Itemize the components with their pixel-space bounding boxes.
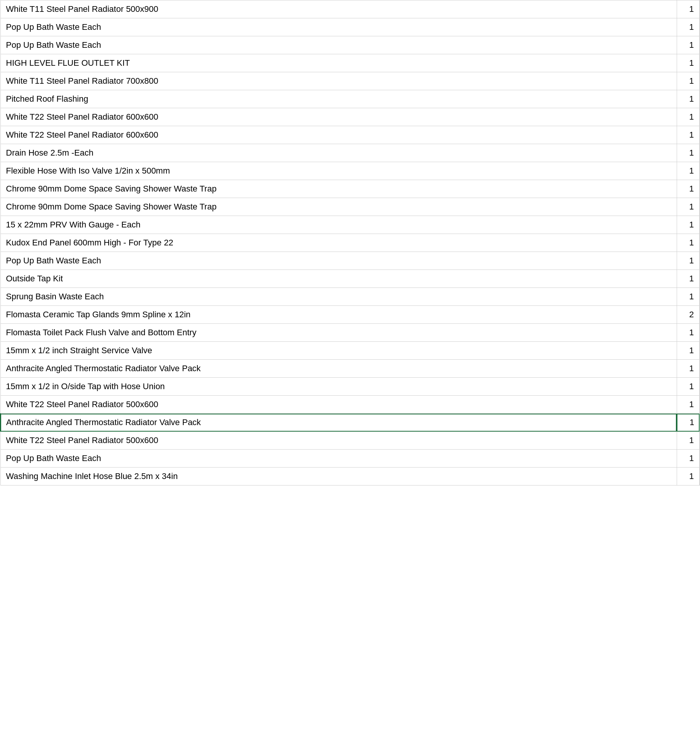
item-name: Pop Up Bath Waste Each (0, 252, 677, 270)
item-quantity: 2 (677, 306, 700, 324)
table-row[interactable]: White T22 Steel Panel Radiator 500x6001 (0, 432, 700, 450)
item-name: White T22 Steel Panel Radiator 600x600 (0, 108, 677, 126)
item-name: Chrome 90mm Dome Space Saving Shower Was… (0, 180, 677, 198)
item-name: Pop Up Bath Waste Each (0, 36, 677, 54)
table-row[interactable]: Pop Up Bath Waste Each1 (0, 450, 700, 468)
item-quantity: 1 (677, 108, 700, 126)
table-row[interactable]: Pop Up Bath Waste Each1 (0, 18, 700, 36)
item-name: 15mm x 1/2 inch Straight Service Valve (0, 342, 677, 360)
item-quantity: 1 (677, 216, 700, 234)
table-row[interactable]: Anthracite Angled Thermostatic Radiator … (0, 414, 700, 432)
item-quantity: 1 (677, 270, 700, 288)
item-name: Anthracite Angled Thermostatic Radiator … (0, 360, 677, 378)
item-name: Kudox End Panel 600mm High - For Type 22 (0, 234, 677, 252)
table-row[interactable]: 15mm x 1/2 in O/side Tap with Hose Union… (0, 378, 700, 396)
item-name: White T11 Steel Panel Radiator 700x800 (0, 72, 677, 90)
item-name: Sprung Basin Waste Each (0, 288, 677, 306)
table-row[interactable]: White T11 Steel Panel Radiator 700x8001 (0, 72, 700, 90)
items-table: White T11 Steel Panel Radiator 500x9001P… (0, 0, 700, 486)
item-quantity: 1 (677, 36, 700, 54)
item-quantity: 1 (677, 414, 700, 432)
table-row[interactable]: Outside Tap Kit1 (0, 270, 700, 288)
item-name: 15mm x 1/2 in O/side Tap with Hose Union (0, 378, 677, 396)
item-quantity: 1 (677, 180, 700, 198)
table-row[interactable]: Pop Up Bath Waste Each1 (0, 252, 700, 270)
item-quantity: 1 (677, 234, 700, 252)
item-name: Pitched Roof Flashing (0, 90, 677, 108)
table-row[interactable]: HIGH LEVEL FLUE OUTLET KIT1 (0, 54, 700, 72)
table-row[interactable]: Flexible Hose With Iso Valve 1/2in x 500… (0, 162, 700, 180)
table-row[interactable]: Flomasta Ceramic Tap Glands 9mm Spline x… (0, 306, 700, 324)
item-name: Pop Up Bath Waste Each (0, 450, 677, 468)
item-quantity: 1 (677, 198, 700, 216)
table-row[interactable]: Washing Machine Inlet Hose Blue 2.5m x 3… (0, 468, 700, 486)
item-quantity: 1 (677, 18, 700, 36)
item-quantity: 1 (677, 450, 700, 468)
item-quantity: 1 (677, 162, 700, 180)
item-quantity: 1 (677, 90, 700, 108)
table-row[interactable]: White T11 Steel Panel Radiator 500x9001 (0, 0, 700, 18)
item-quantity: 1 (677, 144, 700, 162)
item-quantity: 1 (677, 288, 700, 306)
item-quantity: 1 (677, 342, 700, 360)
table-row[interactable]: White T22 Steel Panel Radiator 600x6001 (0, 108, 700, 126)
item-name: White T22 Steel Panel Radiator 500x600 (0, 432, 677, 450)
table-row[interactable]: Drain Hose 2.5m -Each1 (0, 144, 700, 162)
table-row[interactable]: Chrome 90mm Dome Space Saving Shower Was… (0, 180, 700, 198)
table-row[interactable]: Chrome 90mm Dome Space Saving Shower Was… (0, 198, 700, 216)
item-quantity: 1 (677, 72, 700, 90)
table-row[interactable]: White T22 Steel Panel Radiator 500x6001 (0, 396, 700, 414)
item-quantity: 1 (677, 252, 700, 270)
item-name: White T22 Steel Panel Radiator 500x600 (0, 396, 677, 414)
table-row[interactable]: Flomasta Toilet Pack Flush Valve and Bot… (0, 324, 700, 342)
item-quantity: 1 (677, 324, 700, 342)
table-row[interactable]: Kudox End Panel 600mm High - For Type 22… (0, 234, 700, 252)
table-row[interactable]: 15 x 22mm PRV With Gauge - Each1 (0, 216, 700, 234)
item-quantity: 1 (677, 360, 700, 378)
table-row[interactable]: Pitched Roof Flashing1 (0, 90, 700, 108)
table-row[interactable]: Sprung Basin Waste Each1 (0, 288, 700, 306)
item-quantity: 1 (677, 468, 700, 486)
table-row[interactable]: Pop Up Bath Waste Each1 (0, 36, 700, 54)
item-name: Outside Tap Kit (0, 270, 677, 288)
item-name: 15 x 22mm PRV With Gauge - Each (0, 216, 677, 234)
item-quantity: 1 (677, 432, 700, 450)
item-name: White T11 Steel Panel Radiator 500x900 (0, 0, 677, 18)
item-name: Washing Machine Inlet Hose Blue 2.5m x 3… (0, 468, 677, 486)
item-name: White T22 Steel Panel Radiator 600x600 (0, 126, 677, 144)
item-name: Flomasta Toilet Pack Flush Valve and Bot… (0, 324, 677, 342)
item-quantity: 1 (677, 396, 700, 414)
item-quantity: 1 (677, 126, 700, 144)
item-name: Drain Hose 2.5m -Each (0, 144, 677, 162)
item-quantity: 1 (677, 54, 700, 72)
item-quantity: 1 (677, 378, 700, 396)
item-name: Flomasta Ceramic Tap Glands 9mm Spline x… (0, 306, 677, 324)
table-row[interactable]: White T22 Steel Panel Radiator 600x6001 (0, 126, 700, 144)
table-row[interactable]: 15mm x 1/2 inch Straight Service Valve1 (0, 342, 700, 360)
item-name: HIGH LEVEL FLUE OUTLET KIT (0, 54, 677, 72)
item-name: Chrome 90mm Dome Space Saving Shower Was… (0, 198, 677, 216)
item-name: Anthracite Angled Thermostatic Radiator … (0, 414, 677, 432)
item-name: Flexible Hose With Iso Valve 1/2in x 500… (0, 162, 677, 180)
item-name: Pop Up Bath Waste Each (0, 18, 677, 36)
table-row[interactable]: Anthracite Angled Thermostatic Radiator … (0, 360, 700, 378)
item-quantity: 1 (677, 0, 700, 18)
